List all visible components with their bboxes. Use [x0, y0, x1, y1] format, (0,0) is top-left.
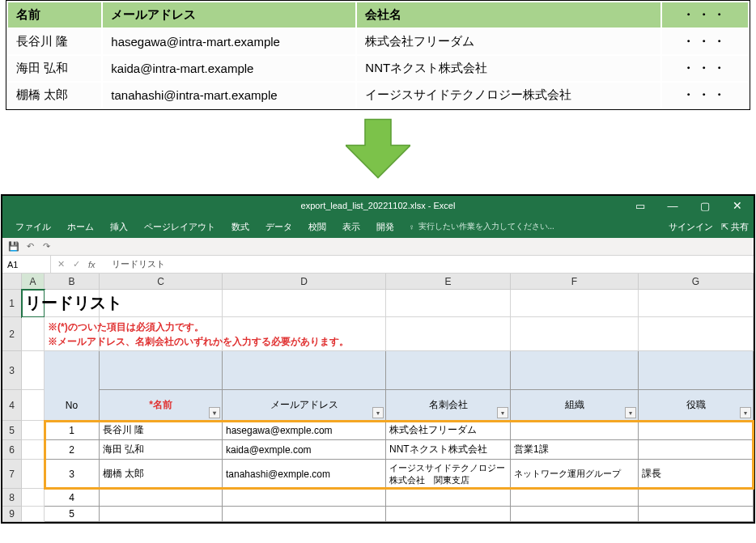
col-header[interactable]: G: [639, 274, 754, 290]
table-row[interactable]: 棚橋 太郎 tanahashi@intra-mart.example イージスサ…: [7, 82, 749, 108]
cell-no[interactable]: 2: [45, 440, 100, 460]
table-header-blank[interactable]: [639, 351, 754, 390]
table-header-blank[interactable]: [223, 351, 386, 390]
cell[interactable]: [639, 290, 754, 317]
close-button[interactable]: ✕: [721, 196, 754, 215]
tab-insert[interactable]: 挿入: [102, 215, 136, 238]
tab-view[interactable]: 表示: [334, 215, 368, 238]
col-header[interactable]: B: [45, 274, 100, 290]
table-header-name[interactable]: *名前▾: [100, 390, 223, 421]
fx-icon[interactable]: fx: [88, 260, 100, 269]
cell-no[interactable]: 3: [45, 460, 100, 489]
filter-icon[interactable]: ▾: [209, 407, 220, 418]
cell-org[interactable]: [511, 421, 639, 440]
table-header-blank[interactable]: [511, 351, 639, 390]
col-header[interactable]: C: [100, 274, 223, 290]
cell-position[interactable]: 課長: [639, 460, 754, 489]
cell-name[interactable]: 海田 弘和: [100, 440, 223, 460]
name-box[interactable]: A1: [2, 256, 51, 273]
formula-input[interactable]: リードリスト: [107, 258, 754, 270]
accept-formula-icon[interactable]: ✓: [73, 259, 80, 269]
cell[interactable]: [22, 489, 45, 507]
tab-review[interactable]: 校閲: [300, 215, 334, 238]
cell-no[interactable]: 4: [45, 489, 100, 507]
select-all-corner[interactable]: [2, 274, 22, 290]
maximize-button[interactable]: ▢: [689, 196, 721, 215]
col-header[interactable]: F: [511, 274, 639, 290]
row-header[interactable]: 2: [2, 317, 22, 351]
table-header-org[interactable]: 組織▾: [511, 390, 639, 421]
table-header-position[interactable]: 役職▾: [639, 390, 754, 421]
row-header[interactable]: 3: [2, 351, 22, 390]
col-header[interactable]: D: [223, 274, 386, 290]
cell[interactable]: [511, 317, 639, 351]
tab-home[interactable]: ホーム: [59, 215, 102, 238]
row-header[interactable]: 9: [2, 507, 22, 522]
table-header-no[interactable]: No: [45, 390, 100, 421]
tell-me-input[interactable]: ♀実行したい作業を入力してください...: [409, 221, 554, 232]
tab-data[interactable]: データ: [257, 215, 300, 238]
signin-link[interactable]: サインイン: [669, 221, 713, 233]
redo-icon[interactable]: ↷: [40, 240, 53, 253]
table-header-blank[interactable]: [386, 351, 511, 390]
cell[interactable]: [386, 317, 511, 351]
cell[interactable]: [22, 440, 45, 460]
cell-name[interactable]: 長谷川 隆: [100, 421, 223, 440]
cell[interactable]: [639, 489, 754, 507]
table-header-no[interactable]: [45, 351, 100, 390]
cell[interactable]: [100, 489, 223, 507]
tab-formula[interactable]: 数式: [223, 215, 257, 238]
cell-no[interactable]: 5: [45, 507, 100, 522]
cell-name[interactable]: 棚橋 太郎: [100, 460, 223, 489]
col-header[interactable]: A: [22, 274, 45, 290]
cancel-formula-icon[interactable]: ✕: [57, 259, 65, 269]
save-icon[interactable]: 💾: [7, 240, 20, 253]
cell-company[interactable]: 株式会社フリーダム: [386, 421, 511, 440]
cell[interactable]: [22, 460, 45, 489]
cell-position[interactable]: [639, 421, 754, 440]
table-header-company[interactable]: 名刺会社▾: [386, 390, 511, 421]
cell-email[interactable]: kaida@exmple.com: [223, 440, 386, 460]
cell[interactable]: [223, 290, 386, 317]
cell[interactable]: [22, 421, 45, 440]
cell[interactable]: [511, 507, 639, 522]
cell-org[interactable]: 営業1課: [511, 440, 639, 460]
cell[interactable]: [511, 489, 639, 507]
table-row[interactable]: 海田 弘和 kaida@intra-mart.example NNTネクスト株式…: [7, 55, 749, 82]
cell-company[interactable]: NNTネクスト株式会社: [386, 440, 511, 460]
cells-area[interactable]: リードリスト ※(*)のついた項目は必須入力です。 ※メールアドレス、名刺会社の…: [22, 290, 754, 522]
cell[interactable]: [22, 317, 45, 351]
cell[interactable]: [100, 507, 223, 522]
cell[interactable]: [511, 290, 639, 317]
cell[interactable]: [22, 351, 45, 390]
cell[interactable]: [22, 390, 45, 421]
table-header-blank[interactable]: [100, 351, 223, 390]
row-header[interactable]: 4: [2, 390, 22, 421]
undo-icon[interactable]: ↶: [23, 240, 36, 253]
cell-company[interactable]: イージスサイドテクノロジー株式会社 関東支店: [386, 460, 511, 489]
cell-org[interactable]: ネットワーク運用グループ: [511, 460, 639, 489]
tab-developer[interactable]: 開発: [368, 215, 402, 238]
row-header[interactable]: 1: [2, 290, 22, 317]
cell-email[interactable]: tanahashi@exmple.com: [223, 460, 386, 489]
table-row[interactable]: 長谷川 隆 hasegawa@intra-mart.example 株式会社フリ…: [7, 28, 749, 55]
filter-icon[interactable]: ▾: [740, 407, 751, 418]
cell[interactable]: [22, 507, 45, 522]
filter-icon[interactable]: ▾: [372, 407, 384, 418]
filter-icon[interactable]: ▾: [625, 407, 636, 418]
cell-position[interactable]: [639, 440, 754, 460]
tab-file[interactable]: ファイル: [7, 215, 59, 238]
cell-no[interactable]: 1: [45, 421, 100, 440]
row-header[interactable]: 8: [2, 489, 22, 507]
row-header[interactable]: 6: [2, 440, 22, 460]
row-header[interactable]: 7: [2, 460, 22, 489]
cell[interactable]: [386, 290, 511, 317]
cell[interactable]: [386, 507, 511, 522]
cell-note[interactable]: ※(*)のついた項目は必須入力です。 ※メールアドレス、名刺会社のいずれかを入力…: [45, 317, 100, 351]
filter-icon[interactable]: ▾: [497, 407, 508, 418]
cell[interactable]: [639, 507, 754, 522]
cell-a1[interactable]: リードリスト: [22, 290, 45, 317]
cell[interactable]: [223, 507, 386, 522]
cell-email[interactable]: hasegawa@exmple.com: [223, 421, 386, 440]
row-header[interactable]: 5: [2, 421, 22, 440]
